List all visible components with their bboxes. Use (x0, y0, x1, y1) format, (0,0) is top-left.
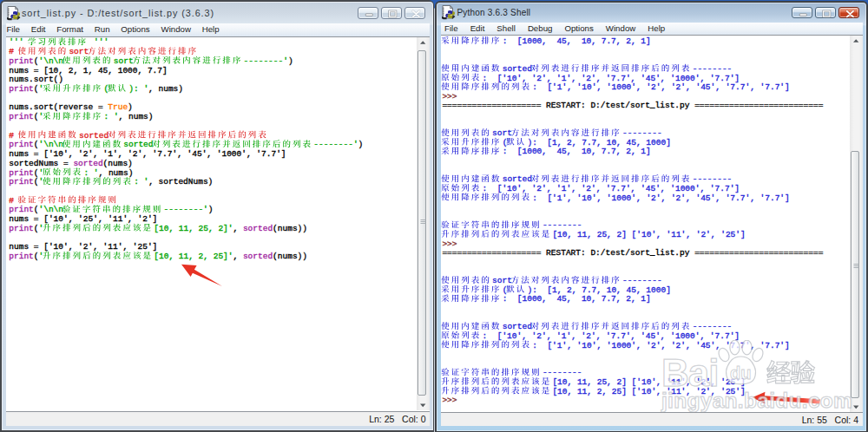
svg-text:: ['1', '10', '1000', '2', '2: : ['1', '10', '1000', '2', '2', '45', '7… (532, 193, 789, 203)
svg-text:: [1000, 45, 10, 7.7, 2, 1]: : [1000, 45, 10, 7.7, 2, 1] (503, 294, 651, 304)
svg-text:'\n\n: '\n\n (39, 140, 64, 149)
svg-text:sorted: sorted (243, 224, 273, 233)
svg-text:--------': --------' (244, 56, 288, 66)
svg-text:): ': ): ' (128, 84, 148, 94)
svg-text:nums = ['10', '2', '11', '25']: nums = ['10', '2', '11', '25'] (9, 242, 157, 252)
svg-text:: ['10', '2', '1', '2', '7.7': : ['10', '2', '1', '2', '7.7', '45', '10… (483, 331, 740, 341)
svg-text:': ' (39, 177, 44, 187)
svg-text:, nums): , nums) (99, 168, 134, 178)
svg-text:print: print (9, 224, 34, 233)
svg-text:): ) (358, 140, 364, 149)
svg-text:sorted: sorted (79, 131, 108, 141)
svg-text:, nums): , nums) (119, 112, 154, 121)
svg-text:: ': : ' (104, 112, 119, 121)
svg-text:: [1000, 45, 10, 7.7, 2, 1]: : [1000, 45, 10, 7.7, 2, 1] (503, 147, 651, 156)
svg-text:sorted: sorted (243, 252, 273, 261)
svg-text:(nums): (nums) (103, 159, 133, 168)
svg-text:(: ( (503, 285, 508, 295)
svg-text:': ' (39, 84, 44, 94)
svg-text:==================== RESTART:: ==================== RESTART: D:/test/so… (442, 248, 823, 258)
svg-text:#: # (9, 131, 18, 141)
svg-text:#: # (9, 47, 18, 56)
svg-text:': ' (39, 252, 44, 261)
svg-text:): [1, 2, 7.7, 10, 45, 1000]: ): [1, 2, 7.7, 10, 45, 1000] (528, 285, 671, 295)
svg-text:>>>: >>> (442, 396, 462, 405)
svg-text:: ['10', '2', '1', '2', '7.7': : ['10', '2', '1', '2', '7.7', '45', '10… (483, 184, 740, 193)
svg-text:print: print (9, 205, 34, 214)
svg-text:: [1000, 45, 10, 7.7, 2, 1]: : [1000, 45, 10, 7.7, 2, 1] (503, 36, 651, 46)
svg-text:: ': : ' (134, 177, 148, 187)
svg-text:nums = ['10', '2', '1', '2', ': nums = ['10', '2', '1', '2', '7.7', '45'… (9, 149, 286, 159)
svg-text:(nums)): (nums)) (273, 224, 307, 233)
svg-text:sorted: sorted (503, 322, 532, 331)
svg-text:--------: -------- (622, 276, 662, 285)
svg-text:--------: -------- (622, 128, 662, 138)
svg-text:--------: -------- (693, 64, 733, 74)
svg-text:sort: sort (114, 56, 134, 66)
svg-text:(: ( (503, 138, 508, 147)
svg-text:--------': --------' (313, 140, 358, 149)
svg-text:,: , (233, 252, 243, 261)
svg-text:nums.sort(): nums.sort() (9, 75, 63, 84)
svg-text:print: print (9, 112, 34, 121)
svg-text:sortedNums =: sortedNums = (9, 159, 73, 168)
svg-text:[10, 11, 25, 2] ['10', '11', ': [10, 11, 25, 2] ['10', '11', '2', '25'] (552, 230, 745, 239)
svg-text:,: , (233, 224, 243, 233)
svg-text:print: print (9, 168, 34, 178)
svg-text:''': ''' (9, 37, 29, 47)
svg-text:[10, 11, 25, 2] ['10', '11', ': [10, 11, 25, 2] ['10', '11', '2', '25'] (552, 377, 745, 387)
svg-text:--------: -------- (542, 368, 582, 377)
svg-text:): ) (128, 102, 133, 112)
svg-text:: ': : ' (83, 168, 98, 178)
svg-text:, nums): , nums) (148, 84, 183, 94)
svg-text:sort: sort (69, 47, 89, 56)
svg-text:, sortedNums): , sortedNums) (148, 177, 213, 187)
svg-text:print: print (9, 140, 34, 149)
svg-text:--------: -------- (693, 322, 733, 331)
svg-text:': ' (39, 224, 44, 233)
svg-text:--------: -------- (542, 220, 582, 230)
svg-text:sorted: sorted (123, 140, 153, 149)
svg-text:[10, 11, 25, 2]': [10, 11, 25, 2]' (154, 224, 233, 233)
svg-text:''': ''' (89, 37, 108, 47)
svg-text:': ' (39, 112, 44, 121)
svg-text:(: ( (104, 84, 109, 94)
svg-text:print: print (9, 177, 34, 187)
svg-text:: ['1', '10', '1000', '2', '2: : ['1', '10', '1000', '2', '2', '45', '7… (532, 341, 789, 350)
svg-text:sorted: sorted (503, 64, 532, 74)
svg-text:[10, 11, 2, 25] ['10', '11', ': [10, 11, 2, 25] ['10', '11', '2', '25'] (552, 387, 745, 396)
svg-text:nums = ['10', '25', '11', '2']: nums = ['10', '25', '11', '2'] (9, 214, 157, 224)
svg-text:): ) (288, 56, 293, 66)
svg-text:sort: sort (492, 128, 512, 138)
svg-text:: ['1', '10', '1000', '2', '2: : ['1', '10', '1000', '2', '2', '45', '7… (532, 82, 789, 92)
svg-text:'\n\n: '\n\n (39, 56, 64, 66)
svg-text:sort: sort (492, 276, 512, 285)
svg-text:': ' (39, 168, 44, 178)
svg-text:print: print (9, 84, 34, 94)
svg-text:==================== RESTART:: ==================== RESTART: D:/test/so… (442, 101, 823, 110)
svg-text:nums.sort(reverse =: nums.sort(reverse = (9, 102, 108, 112)
svg-text:--------': --------' (164, 205, 208, 214)
svg-text:sorted: sorted (73, 159, 102, 168)
svg-text:#: # (9, 196, 18, 206)
svg-text:(nums)): (nums)) (273, 252, 307, 261)
svg-text:'\n\n: '\n\n (39, 205, 64, 214)
svg-text:--------: -------- (693, 174, 733, 184)
svg-text:True: True (108, 102, 128, 112)
svg-text:): ) (208, 205, 214, 214)
svg-text:nums = [10, 2, 1, 45, 1000, 7.: nums = [10, 2, 1, 45, 1000, 7.7] (9, 66, 167, 75)
svg-text:: ['10', '2', '1', '2', '7.7': : ['10', '2', '1', '2', '7.7', '45', '10… (483, 74, 740, 83)
svg-text:print: print (9, 56, 34, 66)
svg-text:[10, 11, 2, 25]': [10, 11, 2, 25]' (154, 252, 233, 261)
svg-text:>>>: >>> (442, 239, 462, 249)
svg-text:>>>: >>> (442, 92, 462, 101)
svg-text:sorted: sorted (503, 174, 532, 184)
svg-text:print: print (9, 252, 34, 261)
svg-text:): [1, 2, 7.7, 10, 45, 1000]: ): [1, 2, 7.7, 10, 45, 1000] (528, 138, 671, 147)
